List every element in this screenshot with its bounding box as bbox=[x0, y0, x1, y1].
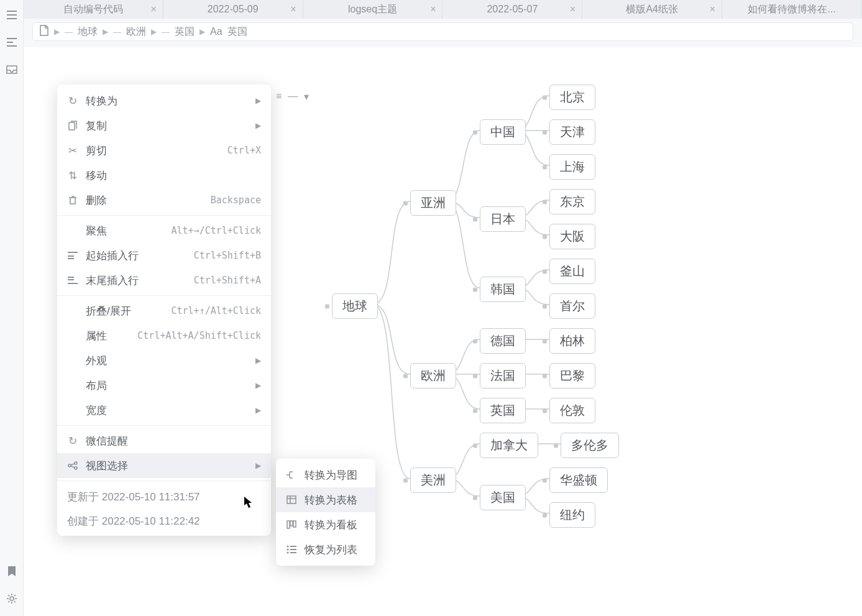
submenu-to-kanban[interactable]: 转换为看板 bbox=[276, 512, 375, 537]
close-icon[interactable]: × bbox=[430, 4, 436, 15]
close-icon[interactable]: × bbox=[570, 4, 575, 15]
breadcrumb-seg[interactable]: 英国 bbox=[227, 25, 247, 39]
type-prefix: Aa bbox=[210, 26, 222, 37]
created-at: 创建于 2022-05-10 11:22:42 bbox=[57, 508, 271, 532]
tab-3[interactable]: 2022-05-07× bbox=[442, 0, 582, 19]
shortcut: Ctrl+Alt+A/Shift+Click bbox=[137, 330, 261, 341]
node-berlin[interactable]: 柏林 bbox=[549, 328, 595, 354]
menu-insert-before[interactable]: 起始插入行Ctrl+Shift+B bbox=[57, 243, 271, 268]
svg-rect-7 bbox=[290, 521, 293, 526]
svg-point-11 bbox=[287, 552, 289, 554]
node-japan[interactable]: 日本 bbox=[480, 206, 526, 232]
node-china[interactable]: 中国 bbox=[480, 119, 526, 145]
node-usa[interactable]: 美国 bbox=[480, 485, 526, 510]
chevron-right-icon: ▶ bbox=[54, 27, 60, 36]
svg-rect-5 bbox=[287, 496, 296, 503]
node-toronto[interactable]: 多伦多 bbox=[561, 433, 619, 458]
bullet-icon: — bbox=[113, 27, 121, 37]
close-icon[interactable]: × bbox=[290, 4, 296, 15]
tab-1[interactable]: 2022-05-09× bbox=[163, 0, 303, 19]
divider bbox=[57, 295, 271, 296]
context-menu: ↻转换为▶ 复制▶ ✂剪切Ctrl+X ⇅移动 删除Backspace 聚焦Al… bbox=[57, 85, 271, 536]
settings-icon[interactable] bbox=[6, 592, 18, 605]
svg-rect-6 bbox=[287, 521, 290, 528]
tab-2[interactable]: logseq主题× bbox=[303, 0, 443, 19]
bookmark-icon[interactable] bbox=[6, 565, 18, 577]
dropdown-icon[interactable]: ▾ bbox=[304, 91, 309, 103]
cut-icon: ✂ bbox=[67, 144, 78, 157]
shortcut: Backspace bbox=[211, 195, 261, 206]
node-shanghai[interactable]: 上海 bbox=[549, 154, 595, 180]
tab-label: 如何看待微博将在... bbox=[748, 3, 835, 16]
page-icon bbox=[39, 25, 49, 39]
chevron-right-icon: ▶ bbox=[199, 27, 205, 36]
refresh-icon: ↻ bbox=[67, 94, 78, 108]
menu-copy[interactable]: 复制▶ bbox=[57, 113, 271, 138]
node-canada[interactable]: 加拿大 bbox=[480, 433, 538, 458]
bullet-icon[interactable]: — bbox=[288, 91, 298, 103]
node-korea[interactable]: 韩国 bbox=[480, 277, 526, 302]
node-uk[interactable]: 英国 bbox=[480, 398, 526, 423]
menu-focus[interactable]: 聚焦Alt+→/Ctrl+Click bbox=[57, 218, 271, 243]
mindmap[interactable]: 地球 亚洲 欧洲 美洲 中国 日本 韩国 德国 法国 英国 加拿大 美国 北京 … bbox=[311, 77, 796, 574]
node-newyork[interactable]: 纽约 bbox=[549, 502, 595, 528]
node-busan[interactable]: 釜山 bbox=[549, 259, 595, 284]
menu-icon[interactable] bbox=[6, 9, 18, 21]
node-washington[interactable]: 华盛顿 bbox=[549, 467, 608, 493]
node-france[interactable]: 法国 bbox=[480, 363, 526, 388]
tab-0[interactable]: 自动编号代码× bbox=[24, 0, 163, 19]
menu-wechat[interactable]: ↻微信提醒 bbox=[57, 428, 271, 453]
shortcut: Alt+→/Ctrl+Click bbox=[172, 225, 262, 236]
menu-appearance[interactable]: 外观▶ bbox=[57, 348, 271, 373]
menu-move[interactable]: ⇅移动 bbox=[57, 163, 271, 188]
menu-insert-after[interactable]: 末尾插入行Ctrl+Shift+A bbox=[57, 268, 271, 293]
svg-point-0 bbox=[10, 597, 14, 600]
node-london[interactable]: 伦敦 bbox=[549, 398, 595, 423]
menu-convert[interactable]: ↻转换为▶ bbox=[57, 88, 271, 113]
menu-delete[interactable]: 删除Backspace bbox=[57, 188, 271, 213]
menu-width[interactable]: 宽度▶ bbox=[57, 398, 271, 423]
tab-5[interactable]: 如何看待微博将在... bbox=[722, 0, 862, 19]
menu-attrs[interactable]: 属性Ctrl+Alt+A/Shift+Click bbox=[57, 323, 271, 348]
svg-point-4 bbox=[75, 467, 77, 469]
menu-cut[interactable]: ✂剪切Ctrl+X bbox=[57, 138, 271, 163]
submenu-to-table[interactable]: 转换为表格 bbox=[276, 487, 375, 512]
chevron-right-icon: ▶ bbox=[151, 27, 157, 36]
node-root[interactable]: 地球 bbox=[332, 293, 378, 319]
node-tokyo[interactable]: 东京 bbox=[549, 189, 595, 214]
mindmap-links bbox=[311, 77, 796, 574]
list-icon[interactable] bbox=[6, 36, 18, 48]
menu-view-select[interactable]: 视图选择▶ bbox=[57, 453, 271, 478]
submenu-to-mindmap[interactable]: 转换为导图 bbox=[276, 462, 375, 487]
menu-fold[interactable]: 折叠/展开Ctrl+↑/Alt+Click bbox=[57, 298, 271, 323]
breadcrumb-seg[interactable]: 欧洲 bbox=[126, 25, 146, 39]
node-osaka[interactable]: 大阪 bbox=[549, 224, 595, 249]
node-germany[interactable]: 德国 bbox=[480, 328, 526, 354]
tab-4[interactable]: 横版A4纸张× bbox=[582, 0, 722, 19]
breadcrumb-seg[interactable]: 英国 bbox=[175, 25, 195, 39]
node-america[interactable]: 美洲 bbox=[410, 467, 456, 493]
copy-icon bbox=[67, 121, 78, 131]
inbox-icon[interactable] bbox=[6, 63, 18, 76]
shortcut: Ctrl+Shift+A bbox=[194, 275, 261, 286]
node-beijing[interactable]: 北京 bbox=[549, 85, 595, 110]
shortcut: Ctrl+X bbox=[227, 145, 261, 156]
close-icon[interactable]: × bbox=[710, 4, 715, 15]
node-tianjin[interactable]: 天津 bbox=[549, 119, 595, 145]
breadcrumb-seg[interactable]: 地球 bbox=[78, 25, 98, 39]
trash-icon bbox=[67, 195, 78, 205]
menu-layout[interactable]: 布局▶ bbox=[57, 373, 271, 398]
close-icon[interactable]: × bbox=[150, 4, 156, 15]
tab-label: 2022-05-07 bbox=[487, 4, 538, 15]
list-view-icon[interactable]: ≡ bbox=[276, 91, 282, 103]
tab-label: 自动编号代码 bbox=[63, 3, 123, 16]
node-paris[interactable]: 巴黎 bbox=[549, 363, 595, 388]
node-europe[interactable]: 欧洲 bbox=[410, 363, 456, 388]
table-icon bbox=[286, 495, 297, 504]
chevron-right-icon: ▶ bbox=[255, 356, 261, 365]
node-seoul[interactable]: 首尔 bbox=[549, 293, 595, 319]
node-asia[interactable]: 亚洲 bbox=[410, 190, 456, 216]
svg-rect-1 bbox=[69, 122, 75, 130]
submenu-to-list[interactable]: 恢复为列表 bbox=[276, 537, 375, 562]
tab-label: logseq主题 bbox=[348, 3, 397, 16]
